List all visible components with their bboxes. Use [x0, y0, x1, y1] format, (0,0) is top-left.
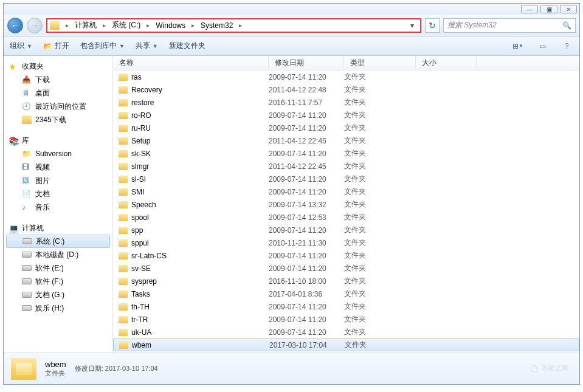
folder-icon	[22, 115, 32, 124]
sidebar-item-videos[interactable]: 🎞视频	[4, 160, 112, 174]
table-row[interactable]: uk-UA2009-07-14 11:20文件夹	[113, 326, 579, 339]
file-name: sr-Latn-CS	[129, 252, 269, 260]
sidebar-item-downloads[interactable]: 📥下载	[4, 73, 112, 86]
forward-button[interactable]: →	[27, 18, 43, 33]
sidebar-item-drive-d[interactable]: 本地磁盘 (D:)	[4, 248, 112, 261]
table-row[interactable]: slmgr2011-04-12 22:45文件夹	[113, 160, 579, 173]
column-date[interactable]: 修改日期	[269, 56, 344, 70]
column-type[interactable]: 类型	[344, 56, 416, 70]
file-date: 2009-07-14 11:20	[269, 252, 344, 260]
table-row[interactable]: Recovery2011-04-12 22:48文件夹	[113, 83, 579, 96]
drive-icon	[22, 265, 32, 271]
file-date: 2009-07-14 11:20	[269, 226, 344, 235]
table-row[interactable]: sk-SK2009-07-14 11:20文件夹	[113, 147, 579, 160]
table-row[interactable]: Tasks2017-04-01 8:36文件夹	[113, 287, 579, 300]
table-row[interactable]: spool2009-07-14 12:53文件夹	[113, 211, 579, 224]
address-bar[interactable]: ▸ 计算机 ▸ 系统 (C:) ▸ Windows ▸ System32 ▸ ▾	[46, 18, 421, 33]
explorer-window: — ▣ ✕ ← → ▸ 计算机 ▸ 系统 (C:) ▸ Windows ▸ Sy…	[3, 3, 580, 385]
table-row[interactable]: tr-TR2009-07-14 11:20文件夹	[113, 313, 579, 326]
breadcrumb-item[interactable]: 计算机	[72, 19, 99, 32]
sidebar-item-drive-f[interactable]: 软件 (F:)	[4, 275, 112, 288]
sidebar-item-drive-c[interactable]: 系统 (C:)	[6, 235, 110, 248]
file-date: 2009-07-14 11:20	[269, 150, 344, 158]
star-icon: ★	[9, 62, 18, 70]
breadcrumb-item[interactable]: System32	[198, 20, 235, 31]
download-icon: 📥	[22, 75, 32, 84]
sidebar-item-music[interactable]: ♪音乐	[4, 201, 112, 214]
back-button[interactable]: ←	[7, 18, 23, 33]
table-row[interactable]: sysprep2016-11-10 18:00文件夹	[113, 275, 579, 287]
file-type: 文件夹	[344, 327, 416, 337]
minimize-button[interactable]: —	[521, 5, 538, 13]
breadcrumb-item[interactable]: Windows	[153, 20, 188, 31]
music-icon: ♪	[22, 203, 32, 211]
open-button[interactable]: 📂打开	[43, 41, 69, 51]
document-icon: 📄	[22, 190, 32, 198]
file-date: 2011-04-12 22:48	[269, 86, 344, 94]
sidebar-libraries[interactable]: 📚库	[4, 134, 112, 147]
new-folder-button[interactable]: 新建文件夹	[169, 41, 205, 51]
file-type: 文件夹	[344, 123, 416, 133]
address-dropdown-icon[interactable]: ▾	[407, 21, 418, 30]
close-button[interactable]: ✕	[560, 5, 577, 13]
table-row[interactable]: Speech2009-07-14 13:32文件夹	[113, 198, 579, 211]
table-row[interactable]: sl-SI2009-07-14 11:20文件夹	[113, 173, 579, 185]
folder-icon	[117, 342, 129, 349]
file-date: 2009-07-14 11:20	[269, 73, 344, 81]
search-input[interactable]: 搜索 System32 🔍	[443, 18, 576, 33]
sidebar-computer[interactable]: 💻计算机	[4, 221, 112, 235]
chevron-right-icon: ▸	[99, 22, 109, 29]
file-name: spp	[129, 226, 269, 235]
file-rows[interactable]: ras2009-07-14 11:20文件夹Recovery2011-04-12…	[113, 70, 579, 352]
breadcrumb-item[interactable]: 系统 (C:)	[109, 19, 143, 32]
table-row[interactable]: ro-RO2009-07-14 11:20文件夹	[113, 109, 579, 122]
table-row[interactable]: sppui2010-11-21 11:30文件夹	[113, 236, 579, 249]
sidebar-item-drive-h[interactable]: 娱乐 (H:)	[4, 301, 112, 315]
column-size[interactable]: 大小	[416, 56, 477, 70]
sidebar-item-subversion[interactable]: 📁Subversion	[4, 147, 112, 160]
refresh-button[interactable]: ↻	[425, 18, 440, 33]
table-row[interactable]: sr-Latn-CS2009-07-14 11:20文件夹	[113, 249, 579, 262]
sidebar-item-desktop[interactable]: 🖥桌面	[4, 86, 112, 100]
table-row[interactable]: restore2016-11-11 7:57文件夹	[113, 96, 579, 109]
folder-icon	[117, 176, 129, 183]
sidebar-item-documents[interactable]: 📄文档	[4, 187, 112, 201]
column-name[interactable]: 名称	[113, 56, 269, 70]
sidebar-item-drive-e[interactable]: 软件 (E:)	[4, 261, 112, 275]
file-name: sv-SE	[129, 264, 269, 273]
share-menu[interactable]: 共享▼	[136, 41, 158, 51]
table-row[interactable]: spp2009-07-14 11:20文件夹	[113, 224, 579, 236]
sidebar-favorites[interactable]: ★收藏夹	[4, 60, 112, 73]
maximize-button[interactable]: ▣	[540, 5, 557, 13]
folder-icon	[50, 21, 60, 30]
table-row[interactable]: sv-SE2009-07-14 11:20文件夹	[113, 262, 579, 275]
file-name: Tasks	[129, 290, 269, 298]
library-icon: 📚	[9, 136, 18, 145]
picture-icon: 🖼	[22, 176, 32, 185]
search-icon: 🔍	[562, 21, 571, 30]
help-icon[interactable]: ?	[560, 40, 573, 52]
include-menu[interactable]: 包含到库中▼	[80, 41, 125, 51]
sidebar-item-recent[interactable]: 🕘最近访问的位置	[4, 100, 112, 113]
file-type: 文件夹	[344, 289, 416, 299]
sidebar-item-2345[interactable]: 2345下载	[4, 113, 112, 126]
table-row[interactable]: th-TH2009-07-14 11:20文件夹	[113, 300, 579, 313]
sidebar-item-pictures[interactable]: 🖼图片	[4, 174, 112, 187]
table-row[interactable]: wbem2017-03-10 17:04文件夹	[113, 339, 579, 351]
preview-pane-icon[interactable]: ▭	[536, 40, 549, 52]
folder-icon	[117, 86, 129, 94]
organize-menu[interactable]: 组织▼	[10, 41, 32, 51]
file-date: 2009-07-14 13:32	[269, 201, 344, 209]
file-name: spool	[129, 213, 269, 222]
sidebar-item-drive-g[interactable]: 文档 (G:)	[4, 288, 112, 301]
table-row[interactable]: Setup2011-04-12 22:45文件夹	[113, 134, 579, 147]
table-row[interactable]: SMI2009-07-14 11:20文件夹	[113, 185, 579, 198]
table-row[interactable]: ras2009-07-14 11:20文件夹	[113, 70, 579, 83]
view-options-icon[interactable]: ⊞ ▼	[511, 40, 525, 52]
chevron-right-icon: ▸	[143, 22, 153, 29]
drive-icon	[22, 252, 32, 258]
details-pane: wbem 文件夹 修改日期: 2017-03-10 17:04	[4, 352, 579, 384]
folder-icon	[117, 112, 129, 119]
table-row[interactable]: ru-RU2009-07-14 11:20文件夹	[113, 122, 579, 134]
folder-icon	[117, 291, 129, 298]
